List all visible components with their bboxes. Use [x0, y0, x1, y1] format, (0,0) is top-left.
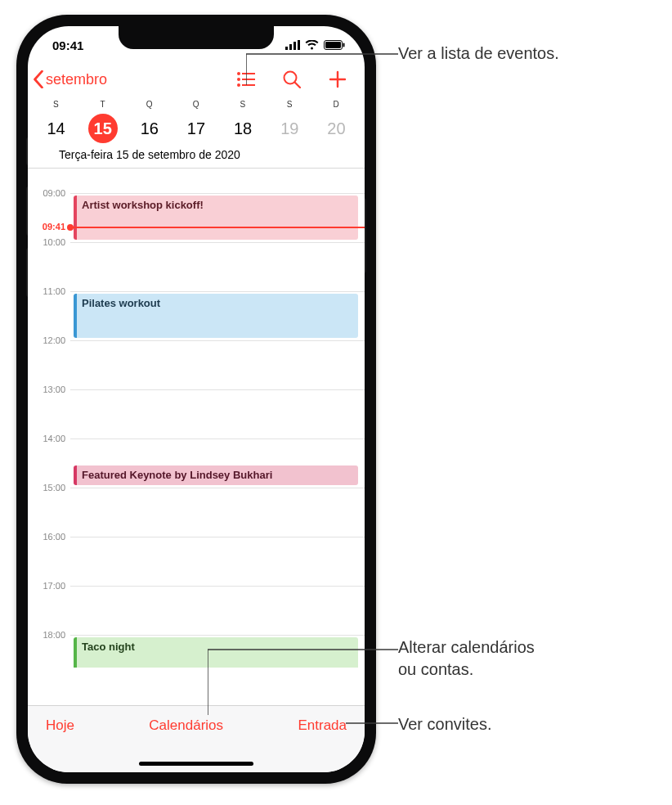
- svg-rect-2: [293, 42, 296, 50]
- callout-calendars: Alterar calendários ou contas.: [398, 636, 535, 681]
- day-col[interactable]: S19: [267, 100, 313, 143]
- day-col[interactable]: S14: [33, 100, 79, 143]
- notch: [119, 26, 274, 49]
- hour-line: [70, 193, 365, 194]
- event-block[interactable]: Featured Keynote by Lindsey Bukhari: [74, 465, 358, 485]
- hour-label: 09:00: [33, 188, 65, 198]
- wifi-icon: [305, 40, 319, 50]
- day-number: 20: [321, 114, 351, 143]
- day-number: 18: [228, 114, 258, 143]
- day-col[interactable]: Q17: [172, 100, 219, 143]
- hour-label: 18:00: [33, 630, 65, 640]
- day-number: 16: [135, 114, 164, 143]
- hour-line: [70, 537, 365, 537]
- day-col[interactable]: S18: [220, 100, 267, 143]
- event-title: Artist workshop kickoff!: [82, 199, 204, 211]
- inbox-button[interactable]: Entrada: [298, 717, 347, 734]
- svg-rect-6: [343, 43, 345, 47]
- event-block[interactable]: Artist workshop kickoff!: [74, 196, 358, 240]
- svg-rect-5: [325, 42, 341, 48]
- status-time: 09:41: [52, 38, 83, 52]
- callout-list: Ver a lista de eventos.: [398, 43, 559, 65]
- callout-text: ou contas.: [398, 660, 473, 678]
- hour-line: [70, 488, 365, 488]
- full-date-label: Terça-feira 15 de setembro de 2020: [28, 143, 365, 169]
- dow-label: S: [220, 100, 267, 109]
- svg-rect-1: [289, 44, 292, 50]
- day-col[interactable]: Q16: [126, 100, 172, 143]
- hour-line: [70, 242, 365, 243]
- event-title: Taco night: [82, 641, 135, 653]
- hour-label: 12:00: [33, 335, 65, 345]
- hour-line: [70, 586, 365, 587]
- day-col[interactable]: D20: [313, 100, 360, 143]
- svg-rect-0: [285, 47, 288, 50]
- home-indicator[interactable]: [139, 762, 253, 766]
- callout-leader: [346, 722, 398, 725]
- hour-line: [70, 438, 365, 439]
- svg-point-11: [237, 83, 240, 87]
- callout-inbox: Ver convites.: [398, 713, 492, 735]
- now-time-label: 09:41: [33, 222, 65, 232]
- dow-label: T: [79, 100, 126, 109]
- hour-line: [70, 291, 365, 292]
- event-block[interactable]: Pilates workout: [74, 294, 358, 338]
- callout-leader: [246, 52, 398, 85]
- dow-label: Q: [126, 100, 172, 109]
- now-indicator-line: [70, 227, 365, 228]
- back-label: setembro: [46, 71, 107, 88]
- battery-icon: [324, 40, 345, 50]
- hour-label: 13:00: [33, 385, 65, 394]
- dow-label: Q: [172, 100, 219, 109]
- hour-label: 15:00: [33, 483, 65, 492]
- svg-point-7: [237, 72, 240, 75]
- day-col[interactable]: T15: [79, 100, 126, 143]
- calendars-button[interactable]: Calendários: [149, 717, 223, 734]
- callout-text: Alterar calendários: [398, 638, 535, 656]
- event-title: Featured Keynote by Lindsey Bukhari: [82, 469, 272, 481]
- callout-leader: [208, 648, 398, 715]
- hour-label: 10:00: [33, 237, 65, 247]
- day-number: 19: [275, 114, 304, 143]
- svg-point-9: [237, 78, 240, 81]
- day-number: 17: [181, 114, 211, 143]
- bottom-toolbar: Hoje Calendários Entrada: [28, 705, 365, 772]
- hour-label: 11:00: [33, 286, 65, 296]
- day-number-selected: 15: [88, 114, 118, 143]
- today-button[interactable]: Hoje: [46, 717, 74, 734]
- hour-label: 16:00: [33, 532, 65, 542]
- cellular-icon: [285, 40, 300, 50]
- timeline[interactable]: 09:00 10:00 11:00 12:00 13:00 14:00 15:0…: [28, 169, 365, 668]
- hour-line: [70, 340, 365, 341]
- week-row: S14 T15 Q16 Q17 S18 S19 D20: [28, 100, 365, 143]
- hour-label: 14:00: [33, 434, 65, 443]
- day-number: 14: [42, 114, 71, 143]
- hour-line: [70, 389, 365, 390]
- dow-label: S: [267, 100, 313, 109]
- hour-label: 17:00: [33, 581, 65, 591]
- svg-rect-3: [298, 40, 300, 50]
- callout-text: Ver convites.: [398, 715, 492, 733]
- chevron-left-icon: [33, 70, 44, 88]
- hour-line: [70, 635, 365, 636]
- dow-label: S: [33, 100, 79, 109]
- event-title: Pilates workout: [82, 297, 160, 309]
- dow-label: D: [313, 100, 360, 109]
- back-button[interactable]: setembro: [33, 70, 107, 88]
- callout-text: Ver a lista de eventos.: [398, 44, 559, 62]
